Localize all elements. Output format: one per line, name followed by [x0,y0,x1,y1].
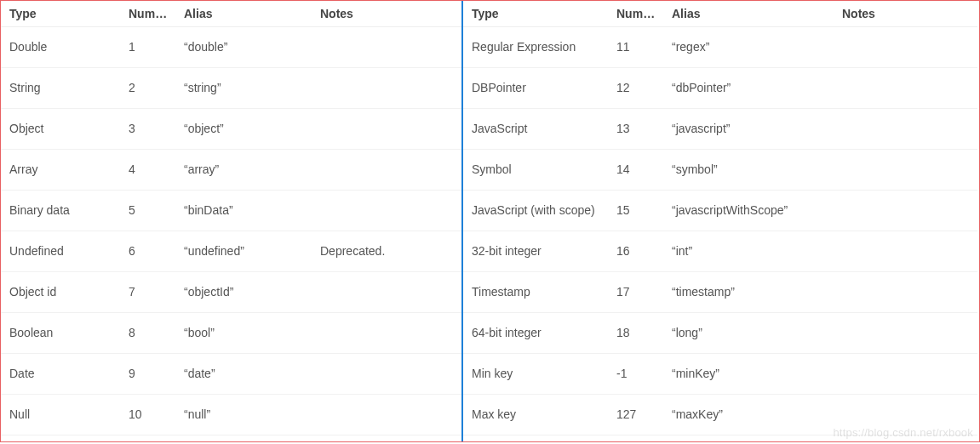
bson-types-table-left: Type Number Alias Notes Double 1 “double… [1,1,461,435]
cell-number: 9 [120,353,175,394]
cell-type: Timestamp [463,271,608,312]
cell-number: -1 [608,353,663,394]
cell-number: 7 [120,271,175,312]
table-row: Null 10 “null” [1,394,461,435]
table-row: String 2 “string” [1,67,461,108]
cell-notes [834,190,977,231]
cell-notes [312,67,461,108]
cell-number: 127 [608,394,663,435]
cell-alias: “maxKey” [663,394,834,435]
cell-alias: “minKey” [663,353,834,394]
table-row: Timestamp 17 “timestamp” [463,271,977,312]
cell-notes [312,108,461,149]
table-row: Date 9 “date” [1,353,461,394]
cell-notes [834,231,977,271]
cell-type: Min key [463,353,608,394]
table-row: JavaScript (with scope) 15 “javascriptWi… [463,190,977,231]
cell-number: 11 [608,26,663,67]
col-header-alias: Alias [663,1,834,26]
cell-number: 4 [120,149,175,190]
cell-type: Undefined [1,231,120,271]
cell-number: 15 [608,190,663,231]
cell-number: 8 [120,312,175,353]
cell-type: Max key [463,394,608,435]
cell-number: 3 [120,108,175,149]
table-row: Binary data 5 “binData” [1,190,461,231]
left-pane: Type Number Alias Notes Double 1 “double… [1,1,463,441]
cell-number: 1 [120,26,175,67]
cell-alias: “string” [175,67,312,108]
cell-type: Object [1,108,120,149]
cell-number: 14 [608,149,663,190]
table-row: Boolean 8 “bool” [1,312,461,353]
col-header-notes: Notes [834,1,977,26]
cell-type: 32-bit integer [463,231,608,271]
cell-notes [312,353,461,394]
cell-notes [834,312,977,353]
cell-alias: “binData” [175,190,312,231]
cell-notes [834,67,977,108]
bson-types-table-right: Type Number Alias Notes Regular Expressi… [463,1,977,435]
cell-number: 18 [608,312,663,353]
cell-alias: “regex” [663,26,834,67]
cell-notes [312,26,461,67]
cell-type: Object id [1,271,120,312]
cell-alias: “javascript” [663,108,834,149]
table-row: 32-bit integer 16 “int” [463,231,977,271]
cell-type: Array [1,149,120,190]
cell-type: Binary data [1,190,120,231]
col-header-notes: Notes [312,1,461,26]
cell-alias: “null” [175,394,312,435]
cell-type: JavaScript (with scope) [463,190,608,231]
table-row: Object 3 “object” [1,108,461,149]
cell-alias: “double” [175,26,312,67]
right-pane: Type Number Alias Notes Regular Expressi… [463,1,977,441]
cell-type: Double [1,26,120,67]
col-header-alias: Alias [175,1,312,26]
cell-alias: “int” [663,231,834,271]
cell-type: Boolean [1,312,120,353]
cell-notes [834,271,977,312]
cell-number: 2 [120,67,175,108]
table-row: DBPointer 12 “dbPointer” [463,67,977,108]
cell-alias: “dbPointer” [663,67,834,108]
cell-notes [834,149,977,190]
cell-alias: “date” [175,353,312,394]
cell-alias: “undefined” [175,231,312,271]
cell-alias: “long” [663,312,834,353]
cell-alias: “array” [175,149,312,190]
table-row: Symbol 14 “symbol” [463,149,977,190]
table-row: Regular Expression 11 “regex” [463,26,977,67]
col-header-type: Type [1,1,120,26]
col-header-number: Number [608,1,663,26]
cell-notes [312,190,461,231]
cell-alias: “javascriptWithScope” [663,190,834,231]
cell-number: 5 [120,190,175,231]
cell-type: JavaScript [463,108,608,149]
table-row: JavaScript 13 “javascript” [463,108,977,149]
cell-type: Date [1,353,120,394]
cell-notes [312,271,461,312]
cell-number: 16 [608,231,663,271]
two-column-table-container: Type Number Alias Notes Double 1 “double… [0,0,980,442]
table-row: Array 4 “array” [1,149,461,190]
cell-notes [312,149,461,190]
cell-number: 17 [608,271,663,312]
cell-notes [834,353,977,394]
table-row: Min key -1 “minKey” [463,353,977,394]
col-header-number: Number [120,1,175,26]
cell-notes [834,394,977,435]
table-row: Max key 127 “maxKey” [463,394,977,435]
cell-number: 12 [608,67,663,108]
table-row: Double 1 “double” [1,26,461,67]
cell-alias: “object” [175,108,312,149]
cell-number: 6 [120,231,175,271]
cell-alias: “bool” [175,312,312,353]
table-row: 64-bit integer 18 “long” [463,312,977,353]
cell-alias: “timestamp” [663,271,834,312]
cell-type: DBPointer [463,67,608,108]
cell-number: 10 [120,394,175,435]
table-row: Object id 7 “objectId” [1,271,461,312]
col-header-type: Type [463,1,608,26]
cell-type: 64-bit integer [463,312,608,353]
